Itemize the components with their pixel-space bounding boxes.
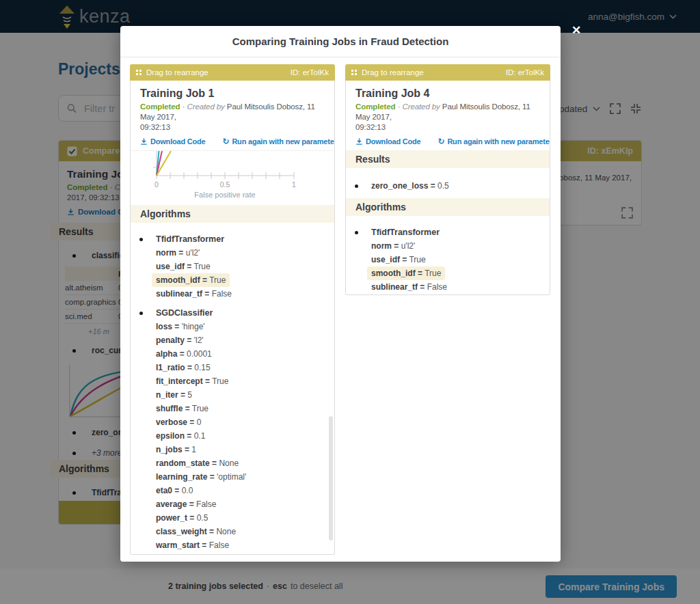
download-icon: [140, 137, 148, 146]
parameter-row: sublinear_tf = False: [156, 287, 327, 301]
parameter-row: use_idf = True: [156, 260, 327, 273]
bullet-icon: [139, 238, 143, 241]
x-axis-label: False positive rate: [194, 191, 255, 199]
result-metric-item: zero_one_loss = 0.5: [346, 179, 543, 193]
parameter-row: random_state = None: [156, 456, 327, 470]
drag-label: Drag to rearrange: [146, 68, 208, 77]
drag-handle-icon[interactable]: [351, 70, 357, 75]
parameter-row: smooth_idf = True: [371, 266, 543, 280]
parameter-row: use_idf = True: [371, 253, 543, 266]
algorithms-section-header: Algorithms: [346, 198, 550, 216]
parameter-row: eta0 = 0.0: [156, 484, 327, 497]
parameter-row: power_t = 0.5: [156, 511, 327, 525]
modal-title: Comparing Training Jobs in Fraud Detecti…: [120, 26, 561, 57]
results-section-header: Results: [346, 150, 550, 168]
download-icon: [355, 137, 363, 146]
job-title: Training Job 1: [140, 86, 325, 100]
algorithms-section-header: Algorithms: [131, 205, 334, 223]
job-info: Training Job 1 Completed · Created by Pa…: [131, 81, 334, 150]
parameter-row: alpha = 0.0001: [156, 347, 327, 361]
algorithms-list: TfidfTransformernorm = u'l2'use_idf = Tr…: [131, 223, 334, 554]
parameter-row: l1_ratio = 0.15: [156, 361, 327, 374]
card-scroll-area[interactable]: 0 0.5 1 False positive rate Algorithms T…: [131, 150, 334, 554]
algorithms-list: TfidfTransformernorm = u'l2'use_idf = Tr…: [346, 216, 550, 295]
parameter-row: average = False: [156, 497, 327, 511]
parameter-row: verbose = 0: [156, 415, 327, 429]
job-status-line: Completed · Created by Paul Mitsoulis Do…: [140, 102, 325, 133]
redo-icon: ↻: [223, 137, 230, 146]
drag-label: Drag to rearrange: [362, 68, 424, 77]
parameter-row: n_jobs = 1: [156, 443, 327, 456]
parameter-row: norm = u'l2': [156, 246, 327, 260]
drag-header[interactable]: Drag to rearrange ID: erTolKk: [345, 64, 550, 81]
run-again-link[interactable]: ↻ Run again with new parameters: [223, 137, 335, 146]
job-actions: Download Code ↻ Run again with new param…: [140, 136, 325, 146]
results-list: zero_one_loss = 0.5: [346, 168, 550, 194]
job-actions: Download Code ↻ Run again with new param…: [355, 136, 540, 146]
drag-handle-icon[interactable]: [136, 70, 142, 75]
close-icon[interactable]: ✕: [571, 25, 581, 36]
parameter-row: epsilon = 0.1: [156, 429, 327, 443]
parameter-row: learning_rate = 'optimal': [156, 470, 327, 484]
algorithm-item: TfidfTransformernorm = u'l2'use_idf = Tr…: [131, 232, 327, 301]
parameter-row: sublinear_tf = False: [371, 280, 543, 294]
bullet-icon: [355, 184, 358, 188]
algorithm-item: TfidfTransformernorm = u'l2'use_idf = Tr…: [346, 225, 543, 294]
parameter-row: smooth_idf = True: [156, 273, 327, 287]
drag-header[interactable]: Drag to rearrange ID: erTolKk: [130, 64, 335, 81]
bullet-icon: [139, 312, 143, 315]
job-id-badge: ID: erTolKk: [506, 68, 544, 77]
parameter-row: penalty = 'l2': [156, 333, 327, 347]
job-status-line: Completed · Created by Paul Mitsoulis Do…: [355, 102, 540, 133]
job-info: Training Job 4 Completed · Created by Pa…: [346, 81, 550, 150]
svg-text:0: 0: [154, 180, 159, 189]
download-code-link[interactable]: Download Code: [355, 137, 421, 146]
bullet-icon: [355, 231, 358, 234]
svg-text:0.5: 0.5: [220, 180, 230, 189]
parameter-row: zero_one_loss = 0.5: [371, 179, 543, 193]
parameter-row: fit_intercept = True: [156, 374, 327, 388]
parameter-row: shuffle = True: [156, 402, 327, 415]
modal-card-training-job-1: Drag to rearrange ID: erTolKk Training J…: [130, 64, 335, 555]
job-title: Training Job 4: [355, 86, 540, 100]
parameter-row: class_weight = None: [156, 525, 327, 538]
parameter-row: warm_start = False: [156, 538, 327, 552]
job-id-badge: ID: erTolKk: [291, 68, 329, 77]
svg-text:1: 1: [292, 180, 296, 189]
run-again-link[interactable]: ↻ Run again with new parameters: [438, 137, 550, 146]
modal-card-training-job-4: Drag to rearrange ID: erTolKk Training J…: [345, 64, 550, 295]
algorithm-item: SGDClassifierloss = 'hinge'penalty = 'l2…: [131, 306, 327, 552]
parameter-row: loss = 'hinge': [156, 320, 327, 333]
parameter-row: norm = u'l2': [371, 239, 543, 253]
parameter-row: n_iter = 5: [156, 388, 327, 402]
compare-modal: Comparing Training Jobs in Fraud Detecti…: [120, 26, 561, 562]
download-code-link[interactable]: Download Code: [140, 137, 206, 146]
redo-icon: ↻: [438, 137, 445, 146]
scrollbar[interactable]: [329, 416, 333, 540]
roc-chart-fragment: 0 0.5 1 False positive rate: [139, 151, 325, 202]
